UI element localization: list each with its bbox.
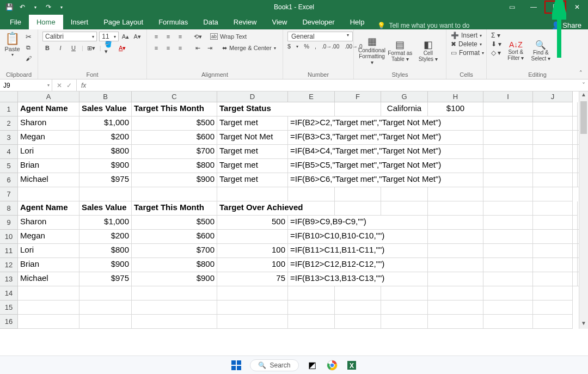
merge-center-button[interactable]: ⬌ Merge & Center ▾ [222,45,276,52]
tab-developer[interactable]: Developer [295,15,342,29]
row-header-16[interactable]: 16 [0,315,18,329]
cell[interactable]: $1,000 [79,216,132,230]
cell[interactable] [573,173,578,187]
cell[interactable]: $700 [132,244,217,258]
cell[interactable] [533,272,573,286]
cell[interactable]: Target met [217,145,288,159]
increase-indent-button[interactable]: ⇥ [205,43,215,53]
cell[interactable] [483,117,533,131]
orientation-button[interactable]: ⟲▾ [193,32,203,41]
cell[interactable] [483,216,533,230]
cell[interactable] [483,131,533,145]
tab-file[interactable]: File [2,15,29,29]
cell[interactable]: $800 [79,145,132,159]
fx-icon[interactable]: fx [77,82,90,89]
cell[interactable]: Target Not Met [217,131,288,145]
decrease-font-button[interactable]: A▾ [132,32,142,41]
cell[interactable] [288,315,335,329]
cell[interactable] [533,286,573,301]
enter-formula-button[interactable]: ✓ [66,82,72,89]
cell[interactable] [573,145,578,159]
sort-filter-button[interactable]: A↓Z Sort &Filter ▾ [505,32,526,70]
cell[interactable] [533,131,573,145]
cell[interactable]: Agent Name [18,102,79,117]
cell[interactable]: =IF(B9>C9,B9-C9,"") [288,216,428,230]
vertical-scrollbar[interactable]: ▲ ▼ [579,91,588,329]
conditional-formatting-button[interactable]: ▦ ConditionalFormatting ▾ [358,32,385,70]
column-header-B[interactable]: B [79,91,132,102]
cell[interactable] [428,187,483,201]
cell[interactable] [428,286,483,301]
cell[interactable]: $800 [132,258,217,272]
cell[interactable] [428,216,483,230]
bold-button[interactable]: B [42,43,52,53]
cell[interactable]: $500 [132,117,217,131]
cell[interactable]: =IF(B3>C3,"Target met","Target Not Met") [288,131,483,145]
paste-button[interactable]: 📋 Paste ▾ [4,32,20,57]
format-as-table-button[interactable]: ▤ Format asTable ▾ [387,32,413,70]
undo-dropdown-icon[interactable]: ▾ [29,1,41,13]
row-header-12[interactable]: 12 [0,258,18,272]
column-header-C[interactable]: C [132,91,217,102]
cell[interactable] [428,244,483,258]
cell[interactable] [533,173,573,187]
row-header-14[interactable]: 14 [0,286,18,301]
cell[interactable]: $600 [132,131,217,145]
autosum-button[interactable]: Σ ▾ [491,32,501,39]
cell[interactable] [483,187,533,201]
cell[interactable]: Sharon [18,117,79,131]
cancel-formula-button[interactable]: ✕ [57,82,62,89]
increase-decimal-button[interactable]: .0→.00 [322,44,339,50]
task-view-button[interactable]: ◩ [307,359,318,371]
cell[interactable]: $500 [132,216,217,230]
cell[interactable]: Lori [18,244,79,258]
increase-font-button[interactable]: A▴ [121,32,131,41]
cell[interactable]: =IF(B4>C4,"Target met","Target Not Met") [288,145,483,159]
cell[interactable]: $800 [132,159,217,173]
cell[interactable] [483,301,533,315]
row-header-4[interactable]: 4 [0,145,18,159]
cell[interactable] [335,315,381,329]
row-header-6[interactable]: 6 [0,173,18,187]
fill-color-button[interactable]: 🪣▾ [105,43,114,53]
cell[interactable]: 100 [217,258,288,272]
tab-help[interactable]: Help [342,15,372,29]
align-right-button[interactable]: ≡ [175,43,185,53]
cell[interactable] [381,315,428,329]
cell[interactable] [533,244,573,258]
column-header-H[interactable]: H [428,91,483,102]
cell[interactable]: Agent Name [18,201,79,216]
cell[interactable] [573,131,578,145]
font-size-select[interactable]: 11▾ [99,32,119,41]
taskbar-search[interactable]: 🔍 Search [250,359,298,371]
row-header-5[interactable]: 5 [0,159,18,173]
font-color-button[interactable]: A▾ [118,43,127,53]
align-bottom-button[interactable]: ≡ [175,32,185,41]
row-header-15[interactable]: 15 [0,301,18,315]
cell[interactable]: Sales Value [79,201,132,216]
cell-styles-button[interactable]: ◧ CellStyles ▾ [415,32,442,70]
cell[interactable]: $900 [79,258,132,272]
minimize-button[interactable]: — [523,0,544,14]
ribbon-display-options-icon[interactable]: ▭ [501,0,523,14]
cell[interactable] [217,286,288,301]
close-button[interactable]: ✕ [566,0,588,14]
cell[interactable] [132,187,217,201]
cell[interactable] [79,187,132,201]
cell[interactable]: Sales Value [79,102,132,117]
cell[interactable]: $200 [79,230,132,244]
percent-button[interactable]: % [304,43,309,50]
number-format-select[interactable]: General▾ [287,32,353,41]
font-name-select[interactable]: Calibri▾ [42,32,97,41]
cell[interactable] [381,301,428,315]
cut-button[interactable] [23,32,33,41]
tab-page-layout[interactable]: Page Layout [96,15,151,29]
decrease-indent-button[interactable]: ⇤ [193,43,203,53]
cell[interactable]: =IF(B13>C13,B13-C13,"") [288,272,428,286]
cell[interactable] [573,230,578,244]
cell[interactable] [533,216,573,230]
clear-button[interactable]: ◇ ▾ [491,49,501,57]
cell[interactable] [288,286,335,301]
cell[interactable] [217,230,288,244]
cell[interactable]: $975 [79,173,132,187]
